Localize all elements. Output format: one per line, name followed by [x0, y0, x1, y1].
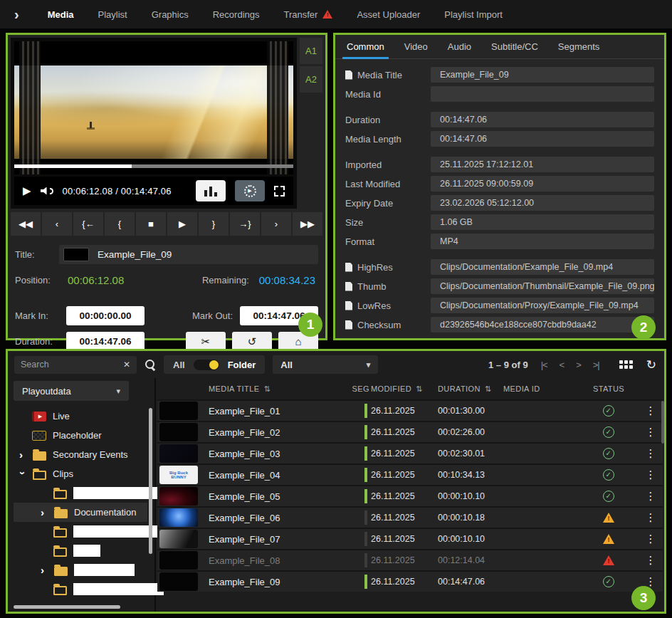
- volume-icon[interactable]: [41, 187, 53, 195]
- table-row[interactable]: Example_File_02 26.11.2025 00:02:26.00 ⋮: [157, 421, 663, 442]
- rewind-button[interactable]: ◀◀: [11, 212, 41, 236]
- chevron-right-icon[interactable]: ›: [41, 567, 48, 574]
- play-button[interactable]: ▶: [167, 212, 197, 236]
- tab-common[interactable]: Common: [347, 35, 384, 58]
- trim-button[interactable]: ✂: [186, 332, 226, 351]
- stop-button[interactable]: ■: [136, 212, 166, 236]
- duration-field[interactable]: 00:14:47.06: [66, 332, 145, 351]
- video-player[interactable]: ▶ 00:06:12.08 / 00:14:47.06 ▶: [11, 38, 297, 209]
- loop-playback-button[interactable]: ▶: [235, 180, 265, 201]
- grid-view-icon[interactable]: [619, 360, 633, 369]
- sort-icon[interactable]: ⇅: [485, 384, 492, 394]
- tab-recordings[interactable]: Recordings: [213, 9, 260, 20]
- row-menu-button[interactable]: ⋮: [639, 404, 663, 417]
- last-page-button[interactable]: >|: [591, 360, 602, 370]
- tab-video[interactable]: Video: [404, 35, 428, 58]
- tree-item-clips[interactable]: ›Clips: [14, 464, 147, 483]
- tab-audio[interactable]: Audio: [448, 35, 471, 58]
- tree-item-redacted[interactable]: [14, 483, 147, 503]
- sort-icon[interactable]: ⇅: [263, 384, 271, 394]
- duration-label: Duration:: [15, 336, 59, 347]
- goto-mark-out-button[interactable]: →}: [230, 212, 260, 236]
- fullscreen-icon[interactable]: [274, 186, 285, 197]
- sort-icon[interactable]: ⇅: [416, 384, 423, 394]
- type-filter-dropdown[interactable]: All ▾: [273, 355, 378, 374]
- step-back-button[interactable]: ‹: [42, 212, 72, 236]
- placeholder-icon: [32, 431, 46, 441]
- tree-item-secondary-events[interactable]: ›Secondary Events: [14, 445, 147, 464]
- tree-item-documentation[interactable]: ›Documentation: [14, 503, 147, 522]
- first-page-button[interactable]: |<: [539, 360, 550, 370]
- media-thumbnail: [159, 402, 198, 420]
- row-menu-button[interactable]: ⋮: [639, 533, 663, 545]
- media-id-field[interactable]: [431, 86, 654, 102]
- table-row[interactable]: Example_File_04 26.11.2025 00:10:34.13 ⋮: [157, 464, 663, 485]
- row-menu-button[interactable]: ⋮: [639, 468, 663, 481]
- step-forward-button[interactable]: ›: [261, 212, 291, 236]
- prev-page-button[interactable]: <: [557, 360, 567, 370]
- media-title-field[interactable]: Example_File_09: [431, 67, 654, 83]
- tree-item-redacted[interactable]: ›: [14, 560, 147, 580]
- column-duration[interactable]: DURATION: [438, 384, 481, 393]
- table-row[interactable]: Example_File_01 26.11.2025 00:01:30.00 ⋮: [157, 399, 663, 421]
- chevron-down-icon[interactable]: ›: [19, 471, 26, 478]
- segment-bar: [364, 510, 367, 525]
- seek-bar[interactable]: [14, 164, 293, 168]
- tree-item-redacted[interactable]: [14, 522, 147, 541]
- tab-segments[interactable]: Segments: [558, 35, 600, 58]
- tree-vertical-scrollbar[interactable]: [149, 408, 152, 554]
- audio-levels-button[interactable]: [196, 180, 226, 201]
- source-dropdown[interactable]: Playoutdata ▾: [14, 381, 129, 401]
- row-menu-button[interactable]: ⋮: [639, 426, 663, 439]
- table-row[interactable]: Example_File_08 26.11.2025 00:12:14.04 ⋮: [157, 549, 663, 570]
- next-page-button[interactable]: >: [574, 360, 583, 370]
- column-modified[interactable]: MODIFIED: [371, 384, 411, 393]
- set-mark-out-button[interactable]: }: [199, 212, 229, 236]
- tab-playlist-import[interactable]: Playlist Import: [444, 9, 503, 20]
- table-row[interactable]: Example_File_07 26.11.2025 00:00:10.10 ⋮: [157, 528, 663, 549]
- table-scrollbar[interactable]: [661, 401, 664, 444]
- tree-item-redacted[interactable]: [14, 541, 147, 560]
- media-browser-panel: ✕ All Folder All ▾ 1 – 9 of 9 |< < > >| …: [6, 349, 666, 614]
- set-mark-in-button[interactable]: {: [105, 212, 135, 236]
- tab-playlist[interactable]: Playlist: [98, 9, 127, 20]
- tab-graphics[interactable]: Graphics: [152, 9, 189, 20]
- row-menu-button[interactable]: ⋮: [639, 511, 663, 524]
- play-icon[interactable]: ▶: [23, 184, 31, 197]
- tab-transfer[interactable]: Transfer: [284, 9, 333, 20]
- title-field[interactable]: Example_File_09: [59, 245, 318, 264]
- tab-subtitle-cc[interactable]: Subtitle/CC: [491, 35, 538, 58]
- tree-item-redacted[interactable]: [14, 580, 147, 599]
- row-menu-button[interactable]: ⋮: [639, 490, 663, 503]
- chevron-right-icon[interactable]: ›: [41, 509, 48, 516]
- clear-search-icon[interactable]: ✕: [123, 360, 130, 370]
- chevron-right-icon[interactable]: ›: [19, 451, 26, 459]
- expiry-date-field[interactable]: 23.02.2026 05:12:12.00: [431, 195, 654, 211]
- scope-toggle-switch[interactable]: [194, 360, 219, 370]
- table-row[interactable]: Example_File_06 26.11.2025 00:00:10.18 ⋮: [157, 506, 663, 528]
- audio-channel-2-button[interactable]: A2: [300, 66, 322, 93]
- search-icon[interactable]: [145, 359, 156, 370]
- table-row[interactable]: Example_File_05 26.11.2025 00:00:10.10 ⋮: [157, 485, 663, 506]
- tree-item-live[interactable]: ▶Live: [14, 407, 147, 426]
- search-input[interactable]: [21, 360, 119, 370]
- goto-mark-in-button[interactable]: {←: [73, 212, 103, 236]
- table-row[interactable]: Example_File_09 26.11.2025 00:14:47.06 ⋮: [157, 570, 663, 592]
- row-menu-button[interactable]: ⋮: [639, 447, 663, 460]
- position-value: 00:06:12.08: [68, 274, 124, 286]
- mark-in-field[interactable]: 00:00:00.00: [66, 306, 145, 325]
- column-media-title[interactable]: MEDIA TITLE: [209, 384, 259, 393]
- toggle-knob: [209, 360, 219, 370]
- reset-button[interactable]: ↺: [232, 332, 272, 351]
- tab-asset-uploader[interactable]: Asset Uploader: [357, 9, 420, 20]
- tab-media[interactable]: Media: [48, 9, 74, 20]
- fast-forward-button[interactable]: ▶▶: [293, 212, 322, 236]
- refresh-icon[interactable]: ↻: [646, 357, 656, 372]
- tree-horizontal-scrollbar[interactable]: [14, 605, 120, 609]
- nav-expand-icon[interactable]: ›: [14, 6, 19, 23]
- search-box[interactable]: ✕: [14, 356, 137, 374]
- audio-channel-1-button[interactable]: A1: [300, 38, 322, 64]
- tree-item-placeholder[interactable]: Placeholder: [14, 426, 147, 445]
- row-menu-button[interactable]: ⋮: [639, 554, 663, 567]
- table-row[interactable]: Example_File_03 26.11.2025 00:02:30.01 ⋮: [157, 442, 663, 464]
